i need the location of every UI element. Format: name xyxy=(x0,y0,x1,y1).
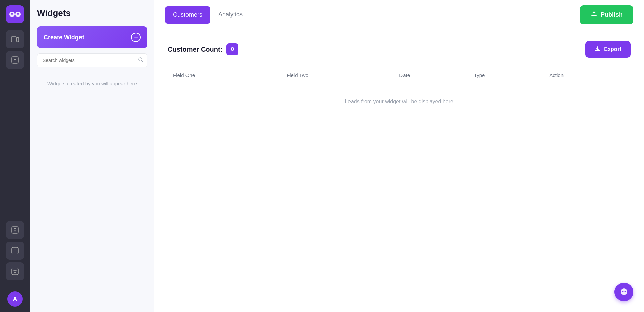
customer-count-label: Customer Count: xyxy=(168,46,222,53)
col-action: Action xyxy=(544,68,631,82)
search-box xyxy=(37,53,147,67)
publish-label: Publish xyxy=(601,11,623,18)
svg-rect-17 xyxy=(591,15,597,16)
svg-line-16 xyxy=(142,61,143,62)
export-label: Export xyxy=(604,46,621,52)
rocket-nav-icon[interactable] xyxy=(6,221,24,239)
svg-marker-14 xyxy=(13,269,17,273)
export-down-icon xyxy=(595,46,601,53)
empty-table-message: Leads from your widget will be displayed… xyxy=(168,82,631,121)
top-nav: Customers Analytics Publish xyxy=(154,0,644,30)
svg-point-20 xyxy=(622,291,623,292)
star-nav-icon[interactable] xyxy=(6,262,24,280)
search-icon xyxy=(138,57,143,64)
col-field-two: Field Two xyxy=(281,68,394,82)
col-type: Type xyxy=(469,68,544,82)
icon-bar: A xyxy=(0,0,30,312)
table-header-row: Field One Field Two Date Type Action xyxy=(168,68,631,82)
customer-count-wrap: Customer Count: 0 xyxy=(168,43,238,55)
chat-bubble-button[interactable] xyxy=(614,283,633,301)
svg-point-11 xyxy=(15,249,15,250)
data-table: Field One Field Two Date Type Action Lea… xyxy=(168,68,631,121)
sidebar-empty-text: Widgets created by you will appear here xyxy=(37,81,147,86)
app-logo[interactable] xyxy=(6,5,24,23)
publish-arrow-icon xyxy=(591,11,597,19)
user-avatar[interactable]: A xyxy=(7,291,23,307)
sidebar: Widgets Create Widget + Widgets created … xyxy=(30,0,154,312)
search-input[interactable] xyxy=(37,53,147,67)
col-date: Date xyxy=(394,68,469,82)
table-body: Leads from your widget will be displayed… xyxy=(168,82,631,121)
svg-rect-9 xyxy=(12,227,18,233)
video-nav-icon[interactable] xyxy=(6,30,24,48)
svg-rect-6 xyxy=(11,37,16,42)
svg-point-22 xyxy=(625,291,626,292)
sidebar-title: Widgets xyxy=(37,8,147,18)
main-content: Customers Analytics Publish Customer Cou… xyxy=(154,0,644,312)
export-button[interactable]: Export xyxy=(585,41,631,58)
svg-point-4 xyxy=(12,13,12,14)
table-head: Field One Field Two Date Type Action xyxy=(168,68,631,82)
svg-point-5 xyxy=(18,13,18,14)
customer-count-badge: 0 xyxy=(226,43,238,55)
publish-button[interactable]: Publish xyxy=(580,5,633,24)
svg-point-21 xyxy=(624,291,625,292)
tab-analytics[interactable]: Analytics xyxy=(210,0,251,30)
customer-header: Customer Count: 0 Export xyxy=(168,41,631,58)
content-area: Customer Count: 0 Export Field One Field… xyxy=(154,30,644,312)
upload-nav-icon[interactable] xyxy=(6,51,24,69)
tab-customers[interactable]: Customers xyxy=(165,6,210,24)
plus-icon: + xyxy=(131,33,141,42)
svg-marker-7 xyxy=(16,37,19,42)
info-nav-icon[interactable] xyxy=(6,242,24,260)
create-widget-label: Create Widget xyxy=(44,34,84,41)
empty-table-row: Leads from your widget will be displayed… xyxy=(168,82,631,121)
col-field-one: Field One xyxy=(168,68,281,82)
create-widget-button[interactable]: Create Widget + xyxy=(37,26,147,48)
